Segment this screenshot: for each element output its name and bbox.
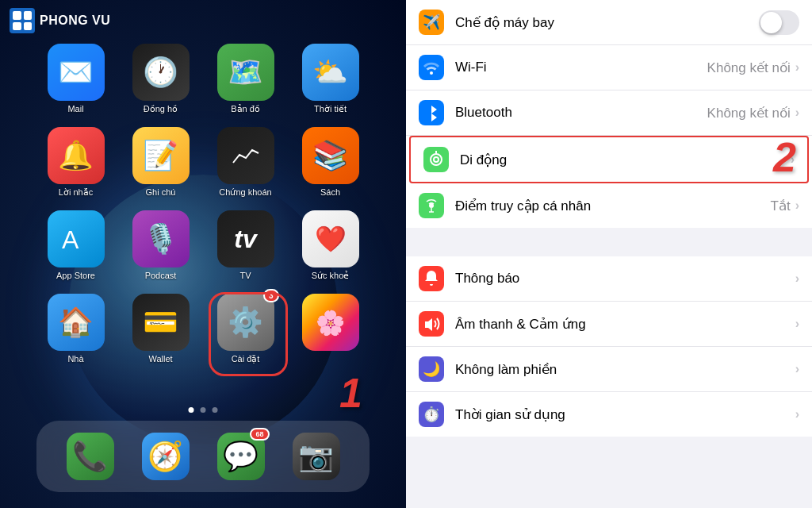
airplane-mode-toggle[interactable] xyxy=(759,10,799,35)
app-item-podcast[interactable]: 🎙️ Podcast xyxy=(121,210,200,281)
maps-icon[interactable]: 🗺️ xyxy=(217,44,274,101)
app-item-home[interactable]: 🏠 Nhà xyxy=(36,294,115,364)
maps-label: Bản đồ xyxy=(231,104,260,114)
app-grid: ✉️ Mail 🕐 Đồng hồ 🗺️ Bản đồ ⛅ Thời tiết … xyxy=(29,44,377,364)
bluetooth-value: Không kết nối xyxy=(707,105,791,121)
appstore-label: App Store xyxy=(56,271,95,280)
notifications-icon xyxy=(419,266,444,291)
app-item-reminder[interactable]: 🔔 Lời nhắc xyxy=(36,127,115,198)
svg-point-2 xyxy=(434,157,439,162)
reminder-icon[interactable]: 🔔 xyxy=(48,127,105,184)
logo-dot xyxy=(24,11,33,20)
home-app-icon[interactable]: 🏠 xyxy=(48,294,105,351)
svg-text:A: A xyxy=(62,225,79,254)
connectivity-section: ✈️ Chế độ máy bay Wi-Fi Không kết nối › xyxy=(406,0,812,228)
notes-label: Ghi chú xyxy=(146,187,176,197)
stocks-label: Chứng khoán xyxy=(219,187,271,198)
app-dock: 📞 🧭 💬 68 📷 xyxy=(36,421,370,492)
bluetooth-label: Bluetooth xyxy=(455,105,707,121)
sounds-row[interactable]: Âm thanh & Cảm ứng › xyxy=(406,302,812,347)
podcast-label: Podcast xyxy=(145,271,177,280)
page-dot-3 xyxy=(213,407,218,413)
app-item-books[interactable]: 📚 Sách xyxy=(291,127,370,198)
screentime-chevron-icon: › xyxy=(795,407,799,421)
hotspot-label: Điểm truy cập cá nhân xyxy=(455,198,771,214)
safari-icon[interactable]: 🧭 xyxy=(142,433,190,480)
settings-highlight-box xyxy=(209,292,288,376)
weather-icon[interactable]: ⛅ xyxy=(302,44,359,101)
appstore-icon[interactable]: A xyxy=(48,210,105,267)
dnd-label: Không làm phiền xyxy=(455,361,795,378)
general-section: Thông báo › Âm thanh & Cảm ứng › 🌙 Không… xyxy=(406,256,812,437)
step-1-number: 1 xyxy=(339,369,362,417)
logo-dot xyxy=(24,22,33,31)
dock-messages[interactable]: 💬 68 xyxy=(217,433,265,480)
home-screen-panel: PHONG VU ✉️ Mail 🕐 Đồng hồ 🗺️ Bản đồ ⛅ T… xyxy=(0,0,406,508)
svg-point-1 xyxy=(431,154,442,165)
clock-label: Đồng hồ xyxy=(144,104,178,114)
wifi-label: Wi-Fi xyxy=(455,60,707,75)
settings-panel: 2 ✈️ Chế độ máy bay Wi-Fi Không kết nối … xyxy=(406,0,812,508)
cellular-row[interactable]: Di động › xyxy=(409,136,809,183)
dock-camera[interactable]: 📷 xyxy=(293,433,340,480)
app-item-appstore[interactable]: A App Store xyxy=(36,210,115,281)
notifications-row[interactable]: Thông báo › xyxy=(406,256,812,302)
home-app-label: Nhà xyxy=(67,354,83,364)
logo-dot xyxy=(13,11,21,20)
bluetooth-chevron-icon: › xyxy=(795,106,799,120)
app-item-notes[interactable]: 📝 Ghi chú xyxy=(121,127,200,198)
wifi-row[interactable]: Wi-Fi Không kết nối › xyxy=(406,45,812,90)
app-item-stocks[interactable]: Chứng khoán xyxy=(206,127,285,198)
mail-icon[interactable]: ✉️ xyxy=(48,44,105,101)
phone-icon[interactable]: 📞 xyxy=(67,433,114,480)
app-item-mail[interactable]: ✉️ Mail xyxy=(36,44,115,114)
books-icon[interactable]: 📚 xyxy=(302,127,359,184)
cellular-chevron-icon: › xyxy=(791,152,795,167)
weather-label: Thời tiết xyxy=(314,104,347,114)
bluetooth-row[interactable]: Bluetooth Không kết nối › xyxy=(406,90,812,136)
dock-phone[interactable]: 📞 xyxy=(67,433,114,480)
app-item-maps[interactable]: 🗺️ Bản đồ xyxy=(206,44,285,114)
page-indicator xyxy=(189,407,218,413)
hotspot-row[interactable]: Điểm truy cập cá nhân Tắt › xyxy=(406,183,812,228)
wifi-chevron-icon: › xyxy=(795,60,799,75)
sounds-icon xyxy=(419,311,444,337)
dock-safari[interactable]: 🧭 xyxy=(142,433,190,480)
tv-icon[interactable]: tv xyxy=(217,210,274,267)
dnd-chevron-icon: › xyxy=(795,362,799,376)
wallet-label: Wallet xyxy=(148,354,172,364)
clock-icon[interactable]: 🕐 xyxy=(132,44,190,101)
camera-icon[interactable]: 📷 xyxy=(293,433,340,480)
books-label: Sách xyxy=(320,187,340,197)
sounds-label: Âm thanh & Cảm ứng xyxy=(455,316,795,333)
hotspot-icon xyxy=(419,193,444,218)
logo-dot xyxy=(13,22,21,31)
hotspot-value: Tắt xyxy=(771,198,791,214)
app-item-health[interactable]: ❤️ Sức khoẻ xyxy=(291,210,370,281)
notes-icon[interactable]: 📝 xyxy=(132,127,190,184)
stocks-icon[interactable] xyxy=(217,127,274,184)
messages-icon[interactable]: 💬 68 xyxy=(217,433,265,480)
brand-logo: PHONG VU xyxy=(10,8,110,33)
sounds-chevron-icon: › xyxy=(795,317,799,331)
app-item-photos[interactable]: 🌸 xyxy=(291,294,370,364)
airplane-mode-row[interactable]: ✈️ Chế độ máy bay xyxy=(406,0,812,45)
notifications-chevron-icon: › xyxy=(795,271,799,286)
health-icon[interactable]: ❤️ xyxy=(302,210,359,267)
page-dot-1 xyxy=(189,407,194,413)
logo-icon xyxy=(10,8,35,33)
podcast-icon[interactable]: 🎙️ xyxy=(132,210,190,267)
app-item-weather[interactable]: ⛅ Thời tiết xyxy=(291,44,370,114)
airplane-mode-icon: ✈️ xyxy=(419,10,444,35)
dnd-row[interactable]: 🌙 Không làm phiền › xyxy=(406,347,812,392)
wifi-value: Không kết nối xyxy=(707,60,791,76)
screentime-row[interactable]: ⏱️ Thời gian sử dụng › xyxy=(406,392,812,437)
dnd-icon: 🌙 xyxy=(419,356,444,382)
screentime-label: Thời gian sử dụng xyxy=(455,406,795,423)
app-item-tv[interactable]: tv TV xyxy=(206,210,285,281)
cellular-icon xyxy=(423,147,449,172)
wallet-icon[interactable]: 💳 xyxy=(132,294,190,351)
app-item-wallet[interactable]: 💳 Wallet xyxy=(121,294,200,364)
app-item-clock[interactable]: 🕐 Đồng hồ xyxy=(121,44,200,114)
photos-icon[interactable]: 🌸 xyxy=(302,294,359,351)
